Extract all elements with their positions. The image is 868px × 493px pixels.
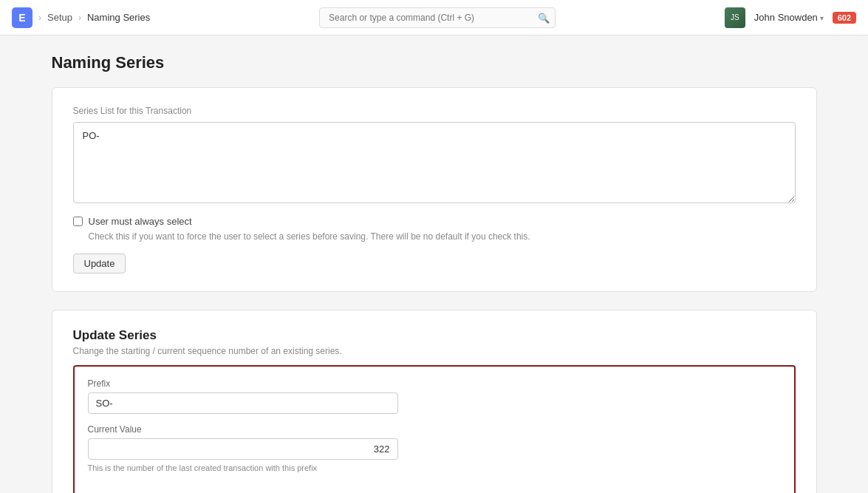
page-content: Naming Series Series List for this Trans… (28, 35, 841, 493)
page-title: Naming Series (52, 53, 817, 72)
current-value-input[interactable] (88, 438, 398, 460)
navbar-center: 🔍 (319, 7, 556, 28)
search-input[interactable] (319, 7, 556, 28)
breadcrumb-naming-series[interactable]: Naming Series (87, 12, 150, 23)
app-icon[interactable]: E (12, 7, 33, 28)
prefix-field-group: Prefix (88, 378, 781, 414)
current-value-label: Current Value (88, 424, 781, 435)
checkbox-row: User must always select (73, 216, 796, 227)
breadcrumb-sep-1: › (38, 13, 41, 23)
series-list-textarea[interactable]: PO- (73, 122, 796, 203)
update-series-card: Update Series Change the starting / curr… (52, 310, 817, 493)
user-must-select-checkbox[interactable] (73, 217, 83, 226)
series-list-label: Series List for this Transaction (73, 106, 796, 116)
current-value-field-group: Current Value This is the number of the … (88, 424, 781, 472)
update-button[interactable]: Update (73, 254, 126, 273)
current-value-hint: This is the number of the last created t… (88, 463, 781, 472)
checkbox-label: User must always select (89, 216, 192, 227)
prefix-input[interactable] (88, 392, 398, 414)
search-bar: 🔍 (319, 7, 556, 28)
breadcrumb-setup[interactable]: Setup (47, 12, 72, 23)
avatar: JS (725, 7, 745, 28)
series-list-card: Series List for this Transaction PO- Use… (52, 87, 817, 292)
navbar-right: JS John Snowden 602 (725, 7, 856, 28)
update-series-box: Prefix Current Value This is the number … (73, 365, 796, 493)
breadcrumb-sep-2: › (78, 13, 81, 23)
notification-badge[interactable]: 602 (833, 12, 856, 24)
navbar: E › Setup › Naming Series 🔍 JS John Snow… (0, 0, 868, 35)
navbar-left: E › Setup › Naming Series (12, 7, 150, 28)
prefix-label: Prefix (88, 378, 781, 389)
update-series-title: Update Series (73, 328, 796, 343)
search-icon: 🔍 (538, 12, 550, 23)
checkbox-hint: Check this if you want to force the user… (89, 230, 796, 243)
user-name[interactable]: John Snowden (754, 12, 824, 23)
update-series-desc: Change the starting / current sequence n… (73, 346, 796, 356)
